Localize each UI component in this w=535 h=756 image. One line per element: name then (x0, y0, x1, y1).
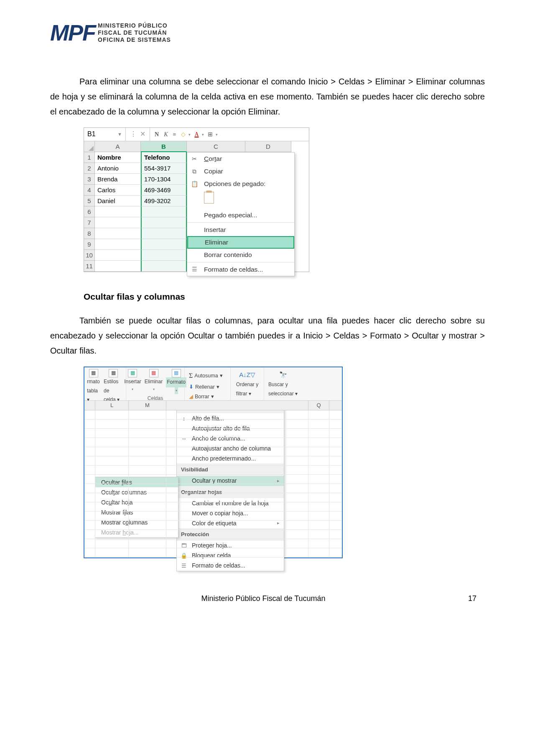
background-grid: L M Q (84, 401, 342, 557)
logo-subtitle: MINISTERIO PÚBLICO FISCAL DE TUCUMÁN OFI… (98, 22, 171, 43)
menu-item-paste-options: 📋Opciones de pegado: (187, 178, 294, 190)
dropdown-arrow-icon[interactable]: ▼ (117, 130, 122, 139)
cell[interactable] (141, 206, 187, 217)
row-header[interactable]: 11 (84, 261, 95, 272)
ribbon-sort-filter[interactable]: A↓Z▽Ordenar yfiltrar ▾ (236, 369, 258, 398)
chevron-down-icon[interactable]: ▾ (216, 131, 218, 138)
cancel-icon[interactable]: ✕ (140, 128, 145, 140)
context-menu: ✂Cortar ⧉Copiar 📋Opciones de pegado: Peg… (187, 152, 295, 276)
excel-screenshot-format-menu: ▦rmatotabla ▾ ▦Estilos decelda ▾ s ▦Inse… (84, 367, 343, 558)
footer-page-number: 17 (468, 592, 476, 605)
cell[interactable] (95, 217, 141, 228)
row-header[interactable]: 3 (84, 174, 95, 185)
copy-icon: ⧉ (190, 166, 199, 177)
menu-separator (187, 222, 294, 223)
cell[interactable] (95, 239, 141, 250)
align-button[interactable]: ≡ (171, 129, 177, 140)
cell[interactable] (141, 217, 187, 228)
format-cells-icon: ☰ (180, 561, 188, 570)
italic-button[interactable]: K (163, 129, 169, 140)
ribbon-insert[interactable]: ▦Insertar▾ (124, 369, 141, 394)
select-all-corner[interactable] (84, 141, 95, 152)
chevron-down-icon[interactable]: ▾ (202, 131, 204, 138)
menu-item-clear-contents[interactable]: Borrar contenido (187, 249, 294, 261)
menu-separator (187, 262, 294, 262)
ribbon-delete[interactable]: ▦Eliminar▾ (145, 369, 163, 394)
logo-abbr: MPF (50, 13, 95, 53)
eraser-icon: ◢ (189, 392, 193, 402)
row-header[interactable]: 2 (84, 163, 95, 174)
row-header[interactable]: 7 (84, 217, 95, 228)
row-header[interactable]: 10 (84, 250, 95, 261)
column-header-l[interactable]: L (95, 401, 129, 410)
cell[interactable] (95, 261, 141, 272)
binoculars-icon: 🔭 (279, 369, 287, 380)
mini-toolbar: N K ≡ ◇▾ A▾ ⊞▾ (150, 129, 309, 140)
formula-bar-controls: ⋮ ✕ (126, 128, 150, 141)
section-title-hide: Ocultar filas y columnas (84, 289, 485, 305)
chevron-down-icon[interactable]: ▾ (189, 131, 191, 138)
menu-item-format-cells[interactable]: ☰Formato de celdas... (187, 263, 294, 276)
ribbon-find-select[interactable]: 🔭Buscar yseleccionar ▾ (268, 369, 298, 398)
bold-button[interactable]: N (153, 129, 160, 140)
cell[interactable] (141, 250, 187, 261)
ribbon-format[interactable]: ▦Formato▾ (166, 369, 186, 394)
cell[interactable]: Telefono (141, 152, 187, 163)
cell[interactable]: 499-3202 (141, 196, 187, 206)
row-header[interactable]: 8 (84, 228, 95, 239)
cut-icon: ✂ (190, 154, 199, 164)
column-header-a[interactable]: A (95, 141, 141, 152)
name-box[interactable]: B1 ▼ (84, 128, 126, 141)
font-color-button[interactable]: A (193, 129, 200, 140)
cell[interactable] (95, 206, 141, 217)
cell[interactable]: Carlos (95, 185, 141, 196)
column-header-q[interactable]: Q (308, 401, 329, 410)
sigma-icon: Σ (189, 370, 193, 382)
menu-item-insert[interactable]: Insertar (187, 224, 294, 236)
row-header[interactable]: 9 (84, 239, 95, 250)
menu-item-paste-special[interactable]: Pegado especial... (187, 209, 294, 221)
ribbon-fill[interactable]: ⬇Rellenar ▾ (189, 382, 223, 392)
ribbon: ▦rmatotabla ▾ ▦Estilos decelda ▾ s ▦Inse… (84, 367, 342, 401)
paste-option-default[interactable] (187, 190, 294, 209)
row-header[interactable]: 6 (84, 206, 95, 217)
cell[interactable]: Antonio (95, 163, 141, 174)
cell[interactable] (141, 228, 187, 239)
cell[interactable]: Daniel (95, 196, 141, 206)
cell[interactable]: 554-3917 (141, 163, 187, 174)
column-header-c[interactable]: C (187, 141, 245, 152)
paragraph-hide-rows: También se puede ocultar filas o columna… (50, 313, 485, 358)
sort-filter-icon: A↓Z▽ (239, 369, 255, 380)
paragraph-delete-column: Para eliminar una columna se debe selecc… (50, 74, 485, 119)
menu-item-format-cells[interactable]: ☰Formato de celdas... (177, 561, 284, 571)
menu-item-delete[interactable]: Eliminar (187, 236, 294, 249)
cell[interactable] (95, 250, 141, 261)
format-cells-icon: ☰ (190, 264, 199, 275)
cell[interactable]: Nombre (95, 152, 141, 163)
cell[interactable]: 469-3469 (141, 185, 187, 196)
formula-bar-row: B1 ▼ ⋮ ✕ N K ≡ ◇▾ A▾ ⊞▾ (84, 128, 309, 141)
ribbon-clear[interactable]: ◢Borrar ▾ (189, 392, 223, 402)
menu-item-cut[interactable]: ✂Cortar (187, 153, 294, 165)
divider-icon: ⋮ (130, 128, 137, 140)
column-header-b[interactable]: B (141, 141, 187, 152)
ribbon-format-table[interactable]: ▦rmatotabla ▾ (87, 369, 100, 405)
cell[interactable] (141, 261, 187, 272)
borders-button[interactable]: ⊞ (206, 129, 214, 140)
excel-screenshot-context-menu: B1 ▼ ⋮ ✕ N K ≡ ◇▾ A▾ ⊞▾ 1234567891011 A … (84, 127, 309, 272)
menu-item-copy[interactable]: ⧉Copiar (187, 165, 294, 178)
row-header[interactable]: 1 (84, 152, 95, 163)
cell[interactable]: 170-1304 (141, 174, 187, 185)
ribbon-cell-styles[interactable]: ▦Estilos decelda ▾ (104, 369, 123, 405)
ribbon-autosum[interactable]: ΣAutosuma ▾ (189, 370, 223, 382)
cell[interactable]: Brenda (95, 174, 141, 185)
cell[interactable] (141, 239, 187, 250)
column-header-d[interactable]: D (245, 141, 291, 152)
column-header-m[interactable]: M (129, 401, 166, 410)
fill-down-icon: ⬇ (189, 382, 194, 392)
clipboard-icon (204, 192, 214, 204)
fill-color-button[interactable]: ◇ (180, 129, 187, 140)
row-header[interactable]: 4 (84, 185, 95, 196)
row-header[interactable]: 5 (84, 196, 95, 206)
cell[interactable] (95, 228, 141, 239)
